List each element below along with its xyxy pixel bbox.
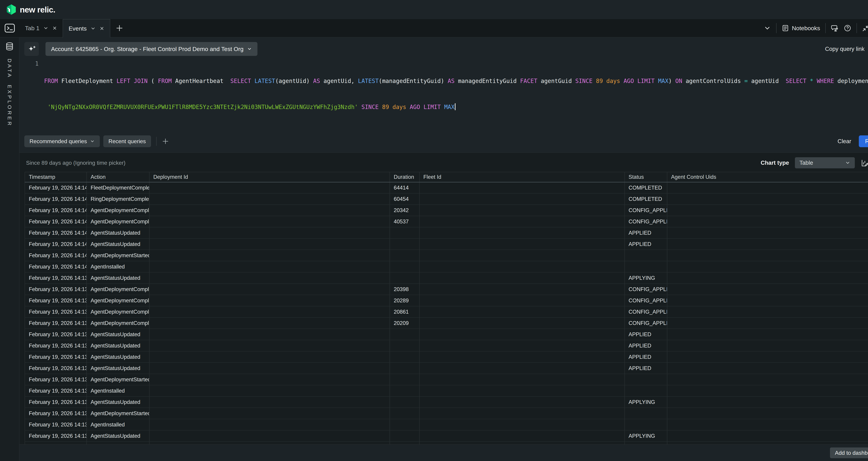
cell-status: APPLYING [625,396,667,408]
clear-button[interactable]: Clear [838,138,851,145]
collapse-panel-button[interactable] [764,25,771,32]
brand-name: new relic. [20,5,55,14]
code-token: 89 days [382,103,406,111]
table-row[interactable]: February 19, 2026 14:14:06 AgentStatusUp… [25,227,868,239]
code-token: LEFT JOIN [117,78,148,84]
cell-timestamp: February 19, 2026 14:13:52 [25,295,87,306]
code-token: FROM [158,78,172,84]
column-header-deployment-id[interactable]: Deployment Id [149,172,390,182]
chart-type-select[interactable]: Table [795,157,855,168]
notebooks-label: Notebooks [792,25,820,32]
tab-events[interactable]: Events [63,19,110,37]
content: Account: 6425865 - Org. Storage - Fleet … [20,37,868,461]
code-token: MAX [658,78,669,84]
table-row[interactable]: February 19, 2026 14:13:31 AgentDeployme… [25,408,868,419]
tab-tab1[interactable]: Tab 1 [20,19,63,37]
add-to-dashboard-button[interactable]: Add to dashboard [830,448,868,458]
close-icon[interactable] [52,26,57,31]
terminal-icon [4,24,15,33]
code-token [379,103,382,111]
table-row[interactable]: February 19, 2026 14:14:10 AgentDeployme… [25,216,868,227]
table-row[interactable]: February 19, 2026 14:13:37 AgentInstalle… [25,385,868,396]
table-row[interactable]: February 19, 2026 14:14:00 AgentDeployme… [25,250,868,261]
table-row[interactable]: February 19, 2026 14:13:36 AgentStatusUp… [25,396,868,408]
cell-action: AgentDeploymentCompleted [87,306,149,317]
run-button[interactable]: Run [859,135,868,147]
close-icon[interactable] [99,26,104,31]
chevron-down-icon[interactable] [43,26,49,31]
table-row[interactable]: February 19, 2026 14:13:42 AgentStatusUp… [25,351,868,363]
cell-timestamp: February 19, 2026 14:14:29 [25,182,87,193]
table-row[interactable]: February 19, 2026 14:13:37 AgentDeployme… [25,374,868,385]
cell-action: AgentStatusUpdated [87,272,149,284]
sparkle-plus-icon [28,45,35,53]
chevron-down-icon[interactable] [90,26,96,31]
table-row[interactable]: February 19, 2026 14:13:59 AgentStatusUp… [25,272,868,284]
collapse-window-button[interactable] [862,25,868,32]
table-row[interactable]: February 19, 2026 14:13:43 AgentStatusUp… [25,340,868,351]
code-token: AgentHeartbeat [172,78,230,84]
data-explorer-rail[interactable]: DATA EXPLORER [0,37,20,461]
cell-action: AgentDeploymentStarted [87,374,149,385]
results-panel: Since 89 days ago (Ignoring time picker)… [20,153,868,444]
cell-timestamp: February 19, 2026 14:13:37 [25,385,87,396]
cell-agent-control-uids [667,182,868,193]
recent-queries-label: Recent queries [108,138,146,145]
column-header-agent-control-uids[interactable]: Agent Control Uids [667,172,868,182]
cell-agent-control-uids [667,306,868,317]
brand[interactable]: new relic. [7,4,55,15]
cell-agent-control-uids [667,272,868,284]
copy-query-link-button[interactable]: Copy query link [825,45,865,52]
table-row[interactable]: February 19, 2026 14:13:31 AgentStatusUp… [25,430,868,441]
cell-deployment-id [149,295,390,306]
recent-queries-button[interactable]: Recent queries [103,135,151,147]
table-row[interactable]: February 19, 2026 14:13:52 AgentDeployme… [25,295,868,306]
query-line-2: 'NjQyNTg2NXxOR0VQfEZMRUVUX0RFUExPWU1FTlR… [44,103,868,112]
column-header-action[interactable]: Action [87,172,149,182]
table-row[interactable]: February 19, 2026 14:14:00 AgentInstalle… [25,261,868,272]
table-row[interactable]: February 19, 2026 14:14:05 AgentStatusUp… [25,239,868,250]
column-header-timestamp[interactable]: Timestamp [25,172,87,182]
table-row[interactable]: February 19, 2026 14:14:20 AgentDeployme… [25,205,868,216]
cell-action: AgentStatusUpdated [87,430,149,441]
table-row[interactable]: February 19, 2026 14:14:29 FleetDeployme… [25,182,868,193]
code-token: AS [448,78,455,84]
table-row[interactable]: February 19, 2026 14:13:31 AgentInstalle… [25,419,868,430]
column-header-duration[interactable]: Duration [390,172,420,182]
ai-assist-button[interactable] [24,42,39,56]
rail-title: DATA EXPLORER [7,59,12,127]
code-token: MAX [444,103,455,111]
query-line-1: FROM FleetDeployment LEFT JOIN ( FROM Ag… [44,77,868,85]
results-header: Since 89 days ago (Ignoring time picker)… [25,153,868,172]
table-row[interactable]: February 19, 2026 14:13:50 AgentDeployme… [25,306,868,317]
help-button[interactable] [844,24,851,32]
cell-duration [390,408,420,419]
cell-status: CONFIG_APPLIED [625,317,667,329]
add-tab-button[interactable] [110,19,129,37]
edit-chart-button[interactable] [861,159,868,167]
chevron-down-icon [90,139,95,144]
table-row[interactable]: February 19, 2026 14:13:57 AgentDeployme… [25,284,868,295]
query-console-button[interactable] [0,19,20,37]
add-query-button[interactable] [162,137,169,145]
column-header-status[interactable]: Status [625,172,667,182]
feedback-button[interactable] [831,24,838,32]
code-token: = [744,78,748,84]
table-row[interactable]: February 19, 2026 14:14:29 RingDeploymen… [25,193,868,205]
column-header-fleet-id[interactable]: Fleet Id [420,172,625,182]
table-row[interactable]: February 19, 2026 14:13:37 AgentStatusUp… [25,363,868,374]
table-row[interactable]: February 19, 2026 14:13:44 AgentStatusUp… [25,329,868,340]
notebooks-button[interactable]: Notebooks [782,25,820,32]
recommended-queries-button[interactable]: Recommended queries [24,135,100,147]
cell-agent-control-uids [667,250,868,261]
cell-duration: 20209 [390,317,420,329]
cell-agent-control-uids [667,385,868,396]
cell-deployment-id [149,408,390,419]
cell-timestamp: February 19, 2026 14:14:06 [25,227,87,239]
query-editor[interactable]: 1 FROM FleetDeployment LEFT JOIN ( FROM … [20,58,868,133]
cell-fleet-id [420,363,625,374]
cell-duration [390,272,420,284]
cell-deployment-id [149,239,390,250]
table-row[interactable]: February 19, 2026 14:13:49 AgentDeployme… [25,317,868,329]
account-selector[interactable]: Account: 6425865 - Org. Storage - Fleet … [45,42,257,56]
